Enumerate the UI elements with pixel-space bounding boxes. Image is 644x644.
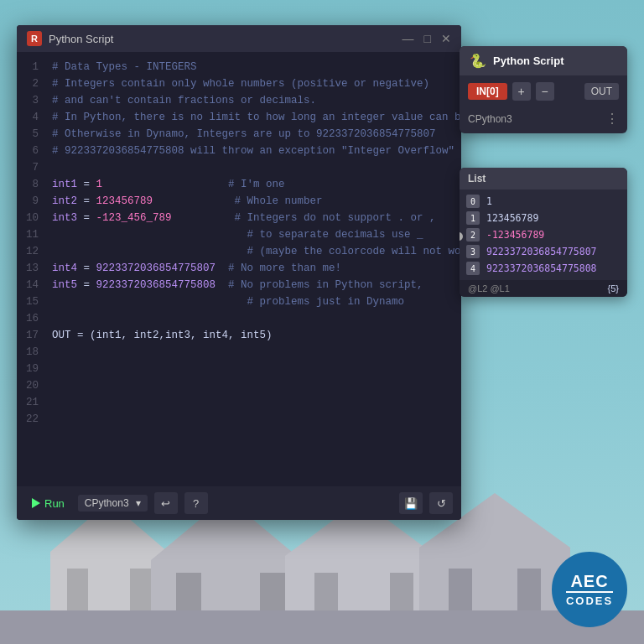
item-value: 9223372036854775807 bbox=[486, 246, 597, 257]
editor-toolbar: Run CPython3 ▾ ↩ ? 💾 ↺ bbox=[17, 486, 461, 520]
svg-rect-8 bbox=[314, 573, 338, 610]
code-line-13: int4 = 9223372036854775807 # No more tha… bbox=[52, 260, 453, 277]
svg-rect-5 bbox=[176, 573, 201, 610]
output-panel: List 0 1 1 123456789 2 -123456789 3 9223… bbox=[460, 168, 627, 297]
svg-rect-2 bbox=[67, 569, 88, 610]
item-value: 9223372036854775808 bbox=[486, 262, 597, 274]
code-area[interactable]: 12345 678910 1112131415 1617181920 2122 … bbox=[17, 52, 461, 486]
run-label: Run bbox=[44, 497, 65, 510]
code-line-7 bbox=[52, 159, 453, 176]
window-controls: — □ ✕ bbox=[402, 33, 451, 44]
codes-text: CODES bbox=[566, 591, 613, 607]
item-index: 4 bbox=[466, 262, 480, 275]
python-node-panel: 🐍 Python Script IN[0] + − OUT CPython3 ⋮ bbox=[460, 46, 627, 133]
node-engine: CPython3 ⋮ bbox=[460, 107, 627, 133]
code-line-15: # problems just in Dynamo bbox=[52, 293, 453, 310]
svg-rect-13 bbox=[0, 610, 644, 644]
item-index: 3 bbox=[466, 245, 480, 258]
svg-rect-12 bbox=[517, 569, 541, 610]
code-line-5: # Otherwise in Dynamo, Integers are up t… bbox=[52, 126, 453, 143]
python-icon: 🐍 bbox=[470, 53, 486, 69]
reset-button[interactable]: ↺ bbox=[429, 492, 453, 514]
code-line-2: # Integers contain only whole numbers (p… bbox=[52, 75, 453, 92]
engine-label: CPython3 bbox=[85, 497, 129, 509]
code-line-12: # (maybe the colorcode will not work) bbox=[52, 243, 453, 260]
run-button[interactable]: Run bbox=[25, 494, 71, 513]
footer-right: {5} bbox=[608, 283, 619, 293]
code-line-16 bbox=[52, 310, 453, 327]
code-line-22 bbox=[52, 411, 453, 428]
code-line-21 bbox=[52, 394, 453, 411]
code-line-8: int1 = 1 # I'm one bbox=[52, 176, 453, 193]
in-port-button[interactable]: IN[0] bbox=[468, 83, 507, 100]
list-item: 1 123456789 bbox=[460, 210, 627, 226]
list-item: 3 9223372036854775807 bbox=[460, 243, 627, 260]
code-line-18 bbox=[52, 344, 453, 361]
history-button[interactable]: ↩ bbox=[154, 492, 178, 514]
aec-logo: AEC CODES bbox=[552, 552, 627, 627]
out-port-button[interactable]: OUT bbox=[584, 83, 619, 100]
remove-port-button[interactable]: − bbox=[536, 82, 554, 101]
minimize-button[interactable]: — bbox=[402, 33, 414, 44]
svg-rect-3 bbox=[130, 569, 151, 610]
output-footer: @L2 @L1 {5} bbox=[460, 280, 627, 297]
svg-rect-9 bbox=[390, 573, 413, 610]
list-item: 4 9223372036854775808 bbox=[460, 260, 627, 277]
list-item: 0 1 bbox=[460, 193, 627, 210]
svg-rect-11 bbox=[449, 569, 472, 610]
save-button[interactable]: 💾 bbox=[399, 492, 423, 514]
list-item: 2 -123456789 bbox=[460, 226, 627, 243]
node-panel-header: 🐍 Python Script bbox=[460, 46, 627, 75]
item-value: -123456789 bbox=[486, 229, 544, 241]
code-line-6: # 9223372036854775808 will throw an exce… bbox=[52, 143, 453, 159]
code-line-1: # Data Types - INTEGERS bbox=[52, 59, 453, 75]
close-button[interactable]: ✕ bbox=[441, 33, 451, 44]
dropdown-arrow: ▾ bbox=[136, 497, 141, 509]
code-line-11: # to separate decimals use _ bbox=[52, 226, 453, 243]
play-icon bbox=[32, 498, 40, 508]
add-port-button[interactable]: + bbox=[512, 82, 531, 101]
code-line-20 bbox=[52, 377, 453, 394]
engine-menu-button[interactable]: ⋮ bbox=[605, 111, 619, 127]
node-panel-title: Python Script bbox=[493, 55, 564, 67]
code-line-3: # and can't contain fractions or decimal… bbox=[52, 92, 453, 109]
editor-titlebar: R Python Script — □ ✕ bbox=[17, 25, 461, 52]
code-line-4: # In Python, there is no limit to how lo… bbox=[52, 109, 453, 126]
editor-window: R Python Script — □ ✕ 12345 678910 11121… bbox=[17, 25, 461, 520]
item-index: 0 bbox=[466, 195, 480, 208]
code-line-17: OUT = (int1, int2,int3, int4, int5) bbox=[52, 327, 453, 344]
maximize-button[interactable]: □ bbox=[424, 33, 431, 44]
item-value: 1 bbox=[486, 195, 492, 207]
svg-rect-6 bbox=[260, 573, 285, 610]
item-value: 123456789 bbox=[486, 212, 538, 224]
engine-select[interactable]: CPython3 ▾ bbox=[78, 495, 148, 512]
item-index: 1 bbox=[466, 211, 480, 225]
footer-left: @L2 @L1 bbox=[468, 283, 510, 293]
help-button[interactable]: ? bbox=[184, 492, 208, 514]
item-index: 2 bbox=[466, 228, 480, 242]
editor-window-title: Python Script bbox=[49, 33, 402, 45]
code-line-14: int5 = 9223372036854775808 # No problems… bbox=[52, 277, 453, 293]
node-ports: IN[0] + − OUT bbox=[460, 75, 627, 107]
code-content[interactable]: # Data Types - INTEGERS # Integers conta… bbox=[44, 52, 461, 486]
aec-text: AEC bbox=[570, 573, 608, 589]
line-numbers: 12345 678910 1112131415 1617181920 2122 bbox=[17, 52, 44, 486]
code-line-9: int2 = 123456789 # Whole number bbox=[52, 193, 453, 210]
output-header: List bbox=[460, 168, 627, 190]
output-list: 0 1 1 123456789 2 -123456789 3 922337203… bbox=[460, 190, 627, 280]
code-line-10: int3 = -123_456_789 # Integers do not su… bbox=[52, 210, 453, 226]
engine-name: CPython3 bbox=[468, 113, 512, 125]
code-line-19 bbox=[52, 361, 453, 377]
r-icon: R bbox=[27, 31, 42, 46]
